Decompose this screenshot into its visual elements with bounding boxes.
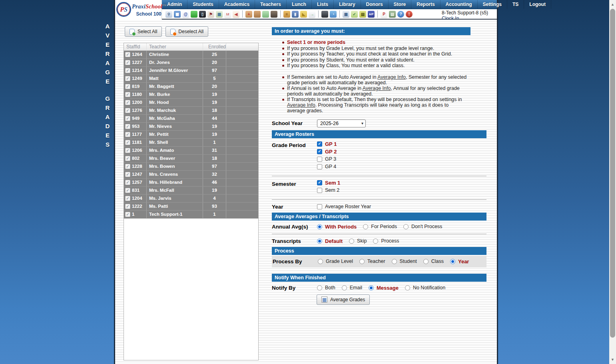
row-checkbox[interactable] [125,172,130,177]
snack-icon[interactable]: ◣ [300,11,307,18]
praxischool-logo[interactable]: PS PraxiSchoolTM School 1001 [115,0,162,20]
email-icon[interactable]: @ [182,11,189,18]
table-row[interactable]: 831Mrs. McFall19 [124,187,258,195]
radio-don-t-process[interactable] [403,224,409,229]
chat-icon[interactable] [191,11,197,18]
nav-item-students[interactable]: Students [187,0,219,9]
help-icon[interactable]: ? [397,11,404,18]
print-money-icon[interactable]: ▤ [389,11,396,18]
option-message[interactable]: Message [369,285,399,291]
table-row[interactable]: 1227Dr. Jones20 [124,59,258,67]
table-row[interactable]: 802Mrs. Beaver18 [124,155,258,163]
checkbox-gp-2[interactable] [317,149,322,154]
option-gp-4[interactable]: GP 4 [317,164,337,169]
radio-teacher[interactable] [359,259,365,264]
row-checkbox[interactable] [125,196,130,201]
option-student[interactable]: Student [392,259,417,264]
library-book-icon[interactable]: ▮ [292,11,299,18]
row-checkbox[interactable] [125,164,130,169]
school-year-select[interactable]: 2025-26 ▾ [317,119,366,127]
option-sem-2[interactable]: Sem 2 [317,188,340,193]
row-checkbox[interactable] [125,188,130,193]
checkbox-sem-2[interactable] [317,188,322,193]
nav-item-reports[interactable]: Reports [411,0,440,9]
nav-item-accounting[interactable]: Accounting [441,0,478,9]
radio-year[interactable] [450,259,455,264]
column-header-staffid[interactable]: StaffId [124,43,147,50]
option-with-periods[interactable]: With Periods [317,224,357,230]
radio-for-periods[interactable] [363,224,368,229]
select-all-button[interactable]: Select All [125,26,162,37]
row-checkbox[interactable] [125,52,130,57]
option-skip[interactable]: Skip [349,238,367,244]
deselect-all-button[interactable]: Deselect All [165,26,208,37]
row-checkbox[interactable] [125,148,130,153]
radio-student[interactable] [392,259,397,264]
nav-item-store[interactable]: Store [389,0,412,9]
alerts-icon[interactable]: ! [406,11,413,18]
average-info-link[interactable]: Average Info [377,74,406,80]
table-row[interactable]: 1214Jennifer M.Glover97 [124,67,258,75]
nav-item-lists[interactable]: Lists [312,0,334,9]
option-gp-3[interactable]: GP 3 [317,157,337,162]
table-row[interactable]: 1181Mr. Shell1 [124,139,258,147]
radio-class[interactable] [423,259,429,264]
row-checkbox[interactable] [125,68,130,73]
table-row[interactable]: 819Mr. Baggett20 [124,83,258,91]
table-row[interactable]: 1247Mrs. Cravens32 [124,171,258,179]
average-info-link[interactable]: Average Info [287,102,315,108]
nav-item-donors[interactable]: Donors [361,0,389,9]
option-sem-1[interactable]: Sem 1 [317,180,340,185]
teacher-icon[interactable] [254,11,261,18]
checkbox-gp-4[interactable] [317,164,322,169]
nurse-icon[interactable]: + [245,11,252,18]
table-row[interactable]: 1257Mrs. Hillebrand46 [124,179,258,187]
clock-icon[interactable]: ◔ [330,11,337,18]
row-checkbox[interactable] [125,108,130,113]
check-icon[interactable]: ✓ [351,11,358,18]
option-average-roster-year[interactable]: Average Roster Year [317,204,371,209]
nav-item-logout[interactable]: Logout [524,0,551,9]
radio-skip[interactable] [349,239,354,244]
ticket-icon[interactable] [262,11,269,18]
row-checkbox[interactable] [125,76,130,81]
table-row[interactable]: 1222Ms. Patti93 [124,203,258,211]
megaphone-icon[interactable]: ◀ [233,11,239,18]
cash-register-icon[interactable]: ▤ [359,11,366,18]
lunch-icon[interactable]: ≡ [283,11,290,18]
date-calendar-icon[interactable]: 12 [224,11,231,18]
table-row[interactable]: 1200Mr. Hood19 [124,99,258,107]
option-don-t-process[interactable]: Don't Process [403,224,442,229]
average-info-link[interactable]: Average Info [363,86,391,91]
scroll-up-arrow[interactable]: ▲ [609,1,616,8]
table-row[interactable]: 1249Matt5 [124,75,258,83]
column-header-extra[interactable] [226,43,258,50]
family-icon[interactable] [271,11,277,18]
radio-default[interactable] [317,239,322,244]
pdf-icon[interactable]: P [381,11,387,18]
search-icon[interactable]: ⚲ [165,11,172,18]
nav-item-lunch[interactable]: Lunch [287,0,312,9]
option-class[interactable]: Class [423,259,444,264]
radio-email[interactable] [342,285,347,290]
table-row[interactable]: 1Tech Support-11 [124,211,258,219]
row-checkbox[interactable] [125,180,130,185]
option-both[interactable]: Both [317,285,335,290]
average-grades-button[interactable]: Average Grades [317,294,370,305]
radio-with-periods[interactable] [317,224,322,229]
row-checkbox[interactable] [125,212,130,217]
nav-item-academics[interactable]: Academics [219,0,255,9]
column-header-teacher[interactable]: Teacher [147,43,203,50]
checkbox-average-roster-year[interactable] [317,204,322,209]
option-process[interactable]: Process [373,238,399,244]
table-row[interactable]: 1204Ms. Jarvis4 [124,195,258,203]
row-checkbox[interactable] [125,100,130,105]
row-checkbox[interactable] [125,140,130,145]
radio-both[interactable] [317,285,322,290]
option-grade-level[interactable]: Grade Level [318,259,353,264]
nav-item-library[interactable]: Library [334,0,361,9]
ledger-icon[interactable]: ▦ [343,11,349,18]
radio-grade-level[interactable] [318,259,323,264]
radio-message[interactable] [369,285,374,290]
option-teacher[interactable]: Teacher [359,259,385,264]
